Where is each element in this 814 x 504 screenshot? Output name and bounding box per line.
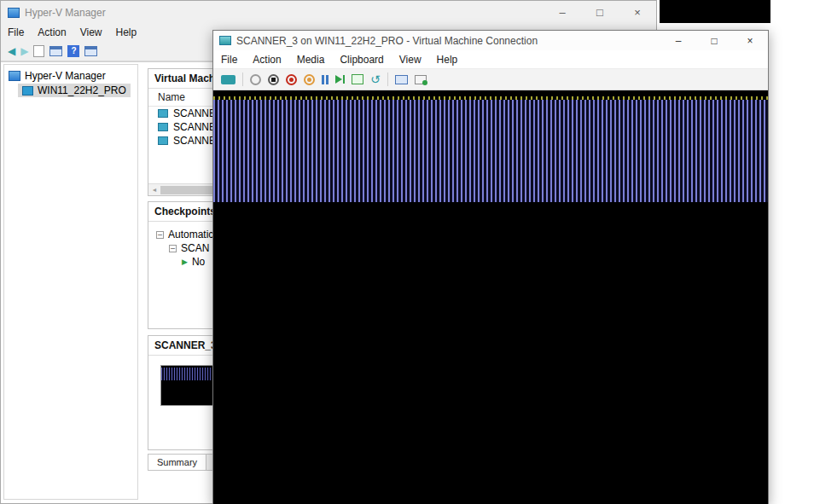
hyperv-app-icon (8, 8, 20, 18)
tree-host-label: WIN11_22H2_PRO (38, 84, 126, 96)
vmconnect-menu-file[interactable]: File (213, 54, 245, 66)
vmconnect-minimize-button[interactable]: – (660, 31, 696, 50)
vmconnect-close-button[interactable]: × (732, 31, 768, 50)
toolbar-separator (387, 72, 388, 86)
tree-root-label: Hyper-V Manager (25, 70, 106, 82)
hyperv-window-title: Hyper-V Manager (25, 7, 544, 19)
export-icon[interactable] (33, 45, 44, 57)
shut-down-icon[interactable] (286, 74, 297, 85)
reset-icon[interactable] (335, 75, 345, 84)
hyperv-menu-file[interactable]: File (1, 26, 31, 38)
hyperv-maximize-button[interactable]: □ (581, 1, 619, 24)
checkpoint-now-label: No (192, 256, 205, 268)
checkpoint-child-label: SCAN (181, 242, 209, 254)
vm-icon (158, 123, 168, 131)
vmconnect-menubar: File Action Media Clipboard View Help (213, 50, 768, 68)
new-window-icon[interactable] (84, 46, 97, 56)
glitch-stripe-band (213, 100, 768, 202)
toolbar-separator (242, 72, 243, 86)
hyperv-minimize-button[interactable]: – (544, 1, 581, 24)
hyperv-menu-help[interactable]: Help (109, 26, 144, 38)
hyperv-root-icon (9, 71, 20, 81)
checkpoint-root-label: Automatic (168, 229, 213, 240)
vmconnect-titlebar[interactable]: SCANNER_3 on WIN11_22H2_PRO - Virtual Ma… (213, 31, 768, 50)
now-arrow-icon: ▶ (182, 258, 188, 266)
vmconnect-app-icon (219, 36, 231, 45)
hyperv-close-button[interactable]: × (619, 1, 656, 24)
host-server-icon (22, 86, 33, 96)
vmconnect-maximize-button[interactable]: □ (696, 31, 732, 50)
tree-item-host[interactable]: WIN11_22H2_PRO (18, 84, 131, 97)
desktop-black-area (660, 0, 770, 23)
vmconnect-menu-media[interactable]: Media (289, 54, 333, 66)
revert-icon[interactable]: ↺ (370, 73, 381, 85)
vmconnect-menu-action[interactable]: Action (245, 54, 288, 66)
thumbnail-glitch-stripes (161, 368, 216, 380)
save-icon[interactable] (304, 74, 315, 85)
hyperv-menu-action[interactable]: Action (31, 26, 73, 38)
scrollbar-thumb[interactable] (160, 186, 220, 194)
vmconnect-toolbar: ↺ (213, 68, 768, 90)
hyperv-menu-view[interactable]: View (73, 26, 109, 38)
pause-icon[interactable] (322, 75, 329, 84)
enhanced-session-icon[interactable] (395, 75, 408, 84)
vm-icon (158, 109, 168, 118)
vmconnect-menu-view[interactable]: View (392, 54, 429, 66)
start-icon[interactable] (250, 74, 261, 85)
hyperv-titlebar[interactable]: Hyper-V Manager – □ × (1, 1, 656, 24)
help-icon[interactable]: ? (67, 45, 79, 57)
tab-summary[interactable]: Summary (148, 454, 206, 471)
vmconnect-menu-help[interactable]: Help (429, 54, 466, 66)
collapse-icon[interactable]: – (169, 245, 177, 252)
scroll-left-icon[interactable]: ◄ (148, 187, 160, 193)
collapse-icon[interactable]: – (156, 231, 164, 239)
back-icon[interactable]: ◀ (8, 46, 15, 56)
hyperv-tree-pane: Hyper-V Manager WIN11_22H2_PRO (3, 64, 138, 500)
desktop: Hyper-V Manager – □ × File Action View H… (0, 0, 814, 504)
checkpoint-icon[interactable] (352, 74, 363, 84)
turn-off-icon[interactable] (268, 74, 279, 85)
tree-item-hyperv-root[interactable]: Hyper-V Manager (4, 68, 137, 84)
vmconnect-menu-clipboard[interactable]: Clipboard (332, 54, 391, 66)
vm-icon (158, 136, 168, 145)
vmconnect-window-title: SCANNER_3 on WIN11_22H2_PRO - Virtual Ma… (236, 35, 660, 47)
ctrl-alt-del-icon[interactable] (221, 75, 235, 84)
console-window-icon[interactable] (49, 46, 62, 56)
vmconnect-window: SCANNER_3 on WIN11_22H2_PRO - Virtual Ma… (212, 30, 769, 504)
share-icon[interactable] (415, 75, 427, 84)
vm-display[interactable] (213, 90, 768, 504)
forward-icon[interactable]: ▶ (20, 46, 28, 56)
vm-preview-thumbnail[interactable] (160, 365, 217, 406)
